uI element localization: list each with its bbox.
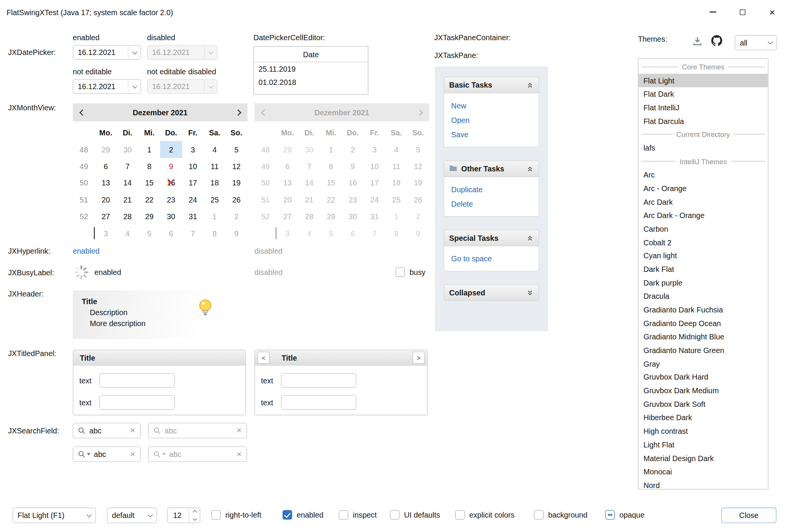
datepicker-dropdown-button[interactable] [128,80,140,93]
theme-list-item[interactable]: High contrast [638,424,768,438]
previous-button[interactable]: < [258,352,270,364]
monthview-day[interactable]: 9 [225,225,247,242]
search-field[interactable]: abc✕ [148,446,247,462]
theme-list-item[interactable]: Gruvbox Dark Hard [638,370,768,384]
spinner-value[interactable]: 12 [168,508,189,523]
theme-list-item[interactable]: Hiberbee Dark [638,411,768,424]
search-with-menu-icon[interactable] [153,450,165,458]
monthview-day[interactable]: 1 [204,208,225,225]
spinner-down-button[interactable] [189,515,200,523]
theme-list-item[interactable]: Arc [638,168,768,182]
next-button[interactable]: > [412,352,425,364]
theme-list-item[interactable]: Nord [638,478,768,490]
minimize-button[interactable] [698,0,728,24]
combobox-arrow[interactable] [764,36,776,50]
monthview-day[interactable]: 17 [182,175,204,191]
theme-list-item[interactable]: Gradianto Deep Ocean [638,317,768,330]
theme-list-item[interactable]: Flat Darcula [638,114,768,128]
taskpane-link-save[interactable]: Save [451,129,532,140]
search-icon[interactable] [78,427,86,435]
taskpane-header-collapsed[interactable]: Collapsed [444,284,539,301]
search-field[interactable]: abc✕ [148,423,247,438]
search-icon[interactable] [153,427,161,435]
monthview-day[interactable]: 21 [116,191,138,208]
spinner-up-button[interactable] [189,508,200,515]
monthview-day[interactable]: 6 [95,158,116,174]
checkbox-background[interactable]: background [534,510,587,519]
theme-list-item[interactable]: Dark purple [638,276,768,290]
monthview-day[interactable]: 22 [139,191,160,208]
monthview-day[interactable]: 2 [225,208,247,225]
checkbox-ui-defaults[interactable]: UI defaults [390,510,440,519]
clear-icon[interactable]: ✕ [236,427,242,435]
taskpane-link-open[interactable]: Open [451,115,532,126]
monthview-day[interactable]: 10 [182,158,204,174]
monthview-day[interactable]: 23 [160,191,182,208]
monthview-day[interactable]: 4 [116,225,138,242]
monthview-day[interactable]: 26 [225,191,247,208]
theme-list-item[interactable]: Light Flat [638,438,768,452]
monthview-day[interactable]: 15 [139,175,160,191]
font-combobox[interactable]: default [107,508,157,523]
monthview-day[interactable]: 18 [204,175,225,191]
search-field[interactable]: abc✕ [73,446,141,462]
monthview-day[interactable]: 7 [116,158,138,174]
monthview-day[interactable]: 30 [116,141,138,158]
font-size-spinner[interactable]: 12 [167,508,200,523]
monthview-day[interactable]: 8 [139,158,160,174]
search-text[interactable]: abc [86,426,130,435]
checkbox-box[interactable] [605,510,615,519]
combobox-arrow[interactable] [144,508,157,523]
text-input[interactable] [281,395,356,410]
checkbox-inspect[interactable]: inspect [339,510,377,519]
taskpane-link-new[interactable]: New [451,100,532,111]
previous-month-button[interactable] [73,103,92,121]
monthview-day[interactable]: 9 [160,158,182,174]
datepicker-value[interactable]: 16.12.2021 [73,48,128,56]
monthview-day[interactable]: 6 [160,225,182,242]
theme-list-item[interactable]: Gradianto Nature Green [638,344,768,357]
search-text[interactable]: abc [90,450,130,458]
monthview-day[interactable]: 7 [182,225,204,242]
search-text[interactable]: abc [165,450,236,458]
clear-icon[interactable]: ✕ [130,427,135,435]
theme-list-item[interactable]: Gray [638,357,768,370]
collapse-icon[interactable] [527,82,534,89]
checkbox-box[interactable] [339,510,348,519]
theme-list-item[interactable]: Flat Dark [638,87,768,101]
clear-icon[interactable]: ✕ [130,450,135,458]
collapse-icon[interactable] [527,165,534,173]
github-link[interactable] [711,35,722,46]
datepicker-dropdown-button[interactable] [128,46,140,59]
text-input[interactable] [99,373,175,388]
maximize-button[interactable] [728,0,757,24]
theme-list-item[interactable]: Flat Light [638,74,768,87]
search-with-menu-icon[interactable] [78,450,90,458]
monthview-day[interactable]: 27 [95,208,116,225]
theme-list-item[interactable]: Flat IntelliJ [638,100,768,114]
monthview-day[interactable]: 13 [95,175,116,191]
monthview-day[interactable]: 24 [182,191,204,208]
monthview-day[interactable]: 28 [116,208,138,225]
monthview-day[interactable]: 25 [204,191,225,208]
checkbox-box[interactable] [390,510,400,519]
monthview-day[interactable]: 12 [225,158,247,174]
monthview-day[interactable]: 30 [160,208,182,225]
theme-list-item[interactable]: Arc Dark [638,195,768,209]
monthview-day[interactable]: 11 [204,158,225,174]
taskpane-link-delete[interactable]: Delete [451,199,532,209]
monthview-day[interactable]: 19 [225,175,247,191]
monthview-day[interactable]: 29 [139,208,160,225]
next-month-button[interactable] [228,103,247,121]
search-field[interactable]: abc✕ [73,423,141,438]
taskpane-header-special-tasks[interactable]: Special Tasks [444,230,539,246]
theme-list-item[interactable]: Carbon [638,222,768,236]
theme-list-item[interactable]: Gradianto Dark Fuchsia [638,303,768,317]
combobox-arrow[interactable] [83,508,95,523]
taskpane-link-duplicate[interactable]: Duplicate [451,184,532,195]
taskpane-header-basic-tasks[interactable]: Basic Tasks [444,77,539,93]
text-input[interactable] [281,373,356,388]
checkbox-box[interactable] [395,267,405,277]
themes-filter-combobox[interactable]: all [735,35,777,50]
checkbox-box[interactable] [283,510,292,519]
